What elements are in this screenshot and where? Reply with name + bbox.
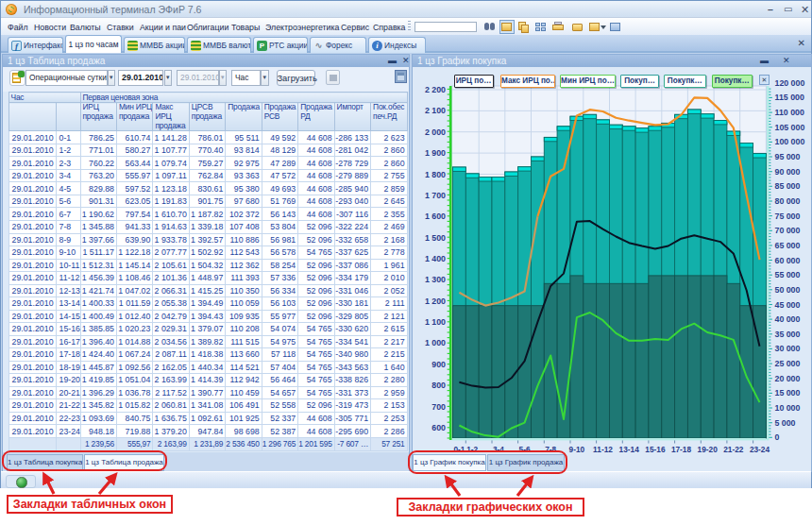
svg-text:115 000: 115 000	[775, 93, 804, 102]
svg-text:23-24: 23-24	[750, 445, 770, 453]
svg-text:21-22: 21-22	[723, 445, 744, 453]
svg-text:1 400: 1 400	[425, 254, 446, 263]
svg-text:600: 600	[431, 423, 446, 432]
svg-text:17-18: 17-18	[671, 445, 692, 453]
svg-text:50 000: 50 000	[775, 285, 801, 295]
svg-text:95 000: 95 000	[775, 152, 801, 161]
svg-text:5 000: 5 000	[775, 418, 796, 428]
svg-text:1 500: 1 500	[425, 233, 446, 243]
svg-text:10 000: 10 000	[775, 403, 801, 413]
svg-text:45 000: 45 000	[775, 300, 801, 310]
svg-text:1 600: 1 600	[425, 212, 446, 221]
svg-text:0: 0	[775, 432, 780, 442]
svg-text:2 200: 2 200	[425, 85, 446, 94]
svg-text:700: 700	[431, 402, 446, 412]
svg-text:900: 900	[431, 360, 446, 369]
svg-text:1 900: 1 900	[425, 148, 446, 158]
svg-text:1 100: 1 100	[425, 317, 446, 327]
svg-text:70 000: 70 000	[775, 226, 801, 235]
svg-text:1 000: 1 000	[425, 338, 446, 347]
svg-text:105 000: 105 000	[775, 123, 805, 132]
svg-text:60 000: 60 000	[775, 256, 801, 265]
svg-text:110 000: 110 000	[775, 108, 804, 117]
svg-text:80 000: 80 000	[775, 196, 801, 206]
svg-text:85 000: 85 000	[775, 181, 801, 191]
svg-text:1 800: 1 800	[425, 170, 446, 179]
svg-text:35 000: 35 000	[775, 330, 801, 339]
svg-text:15-16: 15-16	[645, 445, 666, 453]
svg-text:65 000: 65 000	[775, 241, 801, 250]
svg-text:20 000: 20 000	[775, 374, 801, 383]
svg-text:75 000: 75 000	[775, 212, 801, 221]
svg-text:2 100: 2 100	[425, 106, 446, 115]
svg-text:90 000: 90 000	[775, 167, 801, 177]
svg-text:120 000: 120 000	[775, 78, 805, 88]
svg-text:1 200: 1 200	[425, 296, 446, 306]
svg-text:30 000: 30 000	[775, 344, 801, 353]
svg-text:1 300: 1 300	[425, 275, 446, 284]
svg-text:19-20: 19-20	[698, 445, 719, 453]
svg-text:800: 800	[431, 381, 446, 390]
svg-text:25 000: 25 000	[775, 359, 801, 368]
svg-text:100 000: 100 000	[775, 137, 805, 146]
svg-text:9-10: 9-10	[569, 445, 585, 453]
svg-text:55 000: 55 000	[775, 270, 801, 279]
svg-text:13-14: 13-14	[619, 445, 640, 453]
svg-text:11-12: 11-12	[593, 445, 613, 453]
svg-text:2 000: 2 000	[425, 127, 446, 137]
svg-text:1 700: 1 700	[425, 191, 446, 200]
svg-text:40 000: 40 000	[775, 314, 801, 324]
svg-text:15 000: 15 000	[775, 388, 801, 398]
